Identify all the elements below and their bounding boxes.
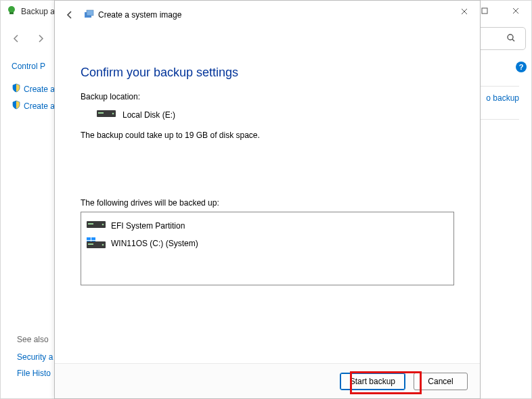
svg-rect-13 <box>98 112 104 114</box>
backup-link[interactable]: o backup <box>486 93 519 103</box>
svg-rect-24 <box>91 241 95 241</box>
see-also-link[interactable]: File Histo <box>17 369 53 378</box>
shield-icon <box>12 100 21 112</box>
svg-rect-1 <box>9 12 14 14</box>
control-panel-home-link[interactable]: Control P <box>12 62 51 71</box>
see-also-link[interactable]: Security a <box>17 352 53 362</box>
svg-point-14 <box>112 113 114 115</box>
svg-point-20 <box>102 244 104 246</box>
backup-location-label: Backup location: <box>81 92 454 101</box>
svg-point-0 <box>8 6 15 13</box>
drive-name: EFI System Partition <box>111 221 185 231</box>
svg-line-7 <box>512 39 514 41</box>
close-button[interactable] <box>500 1 531 21</box>
sidebar-item[interactable]: Create a s <box>12 100 51 112</box>
see-also-section: See also Security a File Histo <box>17 335 53 385</box>
parent-sidebar: Control P Create a s Create a s <box>12 59 51 117</box>
start-backup-button[interactable]: Start backup <box>340 373 405 390</box>
svg-rect-19 <box>88 243 93 245</box>
drive-name: WIN11OS (C:) (System) <box>111 239 198 248</box>
wizard-close-button[interactable] <box>449 1 480 22</box>
nav-forward-button[interactable] <box>30 28 51 49</box>
shield-icon <box>12 83 21 95</box>
help-icon[interactable]: ? <box>516 62 527 72</box>
nav-back-button[interactable] <box>6 28 26 49</box>
see-also-heading: See also <box>17 335 53 344</box>
drives-list: EFI System Partition WIN11OS (C:) (Syste… <box>81 212 454 285</box>
wizard-body: Confirm your backup settings Backup loca… <box>55 66 480 285</box>
app-icon <box>6 5 17 18</box>
wizard-titlebar: Create a system image <box>55 1 480 29</box>
drive-icon <box>87 219 106 232</box>
drive-icon <box>97 108 116 121</box>
backup-size-estimate: The backup could take up to 19 GB of dis… <box>81 131 454 140</box>
wizard-title: Create a system image <box>98 10 181 20</box>
wizard-footer: Start backup Cancel <box>55 363 480 398</box>
svg-rect-9 <box>87 10 93 16</box>
backup-location-row: Local Disk (E:) <box>97 108 454 121</box>
svg-rect-21 <box>87 237 91 240</box>
svg-point-6 <box>508 34 513 40</box>
parent-right-column: o backup <box>479 82 519 126</box>
drive-list-item: EFI System Partition <box>85 216 449 235</box>
system-image-wizard: Create a system image Confirm your backu… <box>54 0 481 399</box>
wizard-heading: Confirm your backup settings <box>81 66 454 80</box>
svg-rect-23 <box>87 241 91 241</box>
backup-location-value: Local Disk (E:) <box>123 110 175 120</box>
svg-rect-3 <box>482 8 487 14</box>
wizard-icon <box>83 9 94 22</box>
cancel-button[interactable]: Cancel <box>414 373 468 390</box>
parent-title: Backup a <box>21 7 55 16</box>
svg-rect-16 <box>88 223 93 225</box>
drive-list-item: WIN11OS (C:) (System) <box>85 235 449 252</box>
windows-drive-icon <box>87 237 106 250</box>
drives-list-label: The following drives will be backed up: <box>81 198 454 208</box>
sidebar-item[interactable]: Create a s <box>12 83 51 95</box>
svg-rect-22 <box>91 237 95 240</box>
svg-point-17 <box>102 224 104 226</box>
search-icon <box>506 33 516 45</box>
wizard-back-button[interactable] <box>62 7 78 23</box>
